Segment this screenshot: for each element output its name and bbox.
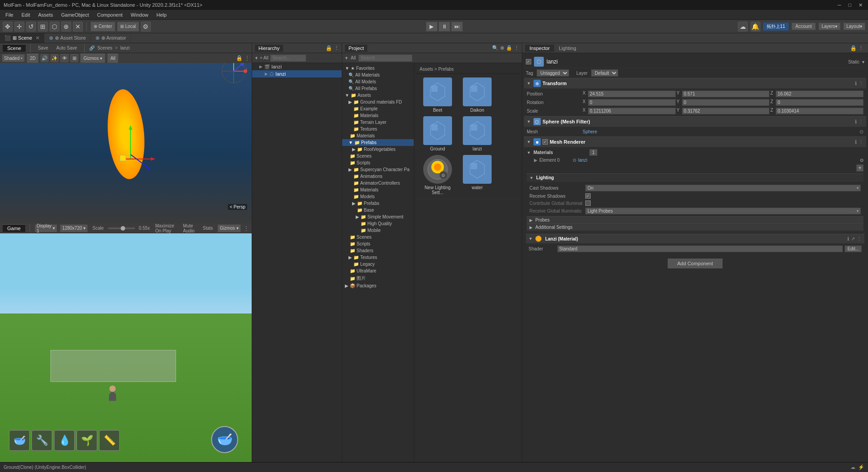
probes-section[interactable]: ▶ Probes (527, 216, 863, 223)
game-icon-5[interactable]: 📏 (99, 430, 120, 451)
tree-simplemove[interactable]: ▶ 📁 Simple Movement (342, 213, 414, 220)
tree-animctrl[interactable]: 📁 AnimatorControllers (342, 180, 414, 186)
project-search[interactable] (358, 54, 412, 62)
edit-shader-btn[interactable]: Edit... (845, 245, 862, 252)
layers-btn[interactable]: Layers▾ (818, 23, 841, 30)
project-lock[interactable]: 🔒 (506, 45, 512, 51)
tree-packages[interactable]: ▶ 📦 Packages (342, 282, 414, 289)
collab-icon[interactable]: ☁ (738, 22, 748, 32)
menu-file[interactable]: File (2, 11, 17, 18)
tree-animations[interactable]: 📁 Animations (342, 173, 414, 180)
meshfilter-info[interactable]: ℹ (855, 119, 857, 125)
tree-base[interactable]: 📁 Base (342, 207, 414, 213)
asset-lighting[interactable]: ⚙ New Lighting Sett... (420, 155, 456, 195)
static-dropdown[interactable]: ▾ (862, 59, 864, 64)
inspector-settings[interactable]: ⋮ (859, 45, 863, 51)
tree-legacy[interactable]: 📁 Legacy (342, 261, 414, 268)
asset-beet[interactable]: Beet (420, 77, 456, 113)
account-btn[interactable]: Account (791, 23, 816, 30)
material-picker[interactable]: ⊙ (860, 158, 863, 163)
meshrenderer-info[interactable]: ℹ (855, 139, 857, 145)
all-btn[interactable]: All (107, 53, 118, 63)
pos-z[interactable] (776, 91, 863, 97)
maximize-on-play[interactable]: Maximize On Play (154, 223, 179, 233)
display-dropdown[interactable]: Display 1▾ (35, 224, 58, 232)
menu-edit[interactable]: Edit (18, 11, 34, 18)
scene-canvas[interactable]: X Y Z < (0, 53, 252, 223)
close-btn[interactable]: ✕ (857, 2, 864, 8)
game-big-icon[interactable]: 🥣 (211, 426, 238, 453)
scale-x[interactable] (588, 108, 676, 114)
material-header[interactable]: ▼ Lanzi (Material) ℹ ↗ ⋮ (526, 234, 864, 244)
hidden-icon[interactable]: 👁 (60, 54, 68, 62)
hierarchy-settings[interactable]: ⋮ (334, 45, 339, 51)
add-material-btn[interactable]: + (856, 164, 863, 172)
tag-select[interactable]: Untagged (537, 69, 569, 77)
tool-move[interactable]: ✛ (14, 22, 24, 32)
maximize-btn[interactable]: □ (846, 2, 853, 8)
center-btn[interactable]: ⊕ Center (90, 22, 115, 32)
local-btn[interactable]: ⊞ Local (117, 22, 139, 32)
add-component-btn[interactable]: Add Component (668, 259, 723, 268)
asset-lanzi[interactable]: lanzi (459, 116, 495, 151)
tree-all-models[interactable]: 🔍 All Models (342, 78, 414, 85)
mute-audio[interactable]: Mute Audio (181, 223, 199, 233)
object-active-checkbox[interactable] (526, 59, 531, 64)
asset-ground[interactable]: Ground (420, 116, 456, 151)
game-icon-3[interactable]: 💧 (54, 430, 75, 451)
tool-scale[interactable]: ⊞ (38, 22, 48, 32)
tool-hand[interactable]: ✥ (3, 22, 13, 32)
project-tab[interactable]: Project (345, 45, 367, 52)
play-btn[interactable]: ▶ (426, 22, 438, 32)
meshrenderer-menu[interactable]: ⋮ (859, 139, 863, 145)
meshfilter-header[interactable]: ▼ ⬡ Sphere (Mesh Filter) ℹ ⋮ (524, 116, 866, 127)
hierarchy-lock[interactable]: 🔒 (326, 45, 332, 51)
resolution-dropdown[interactable]: 1280x720▾ (60, 224, 88, 232)
menu-assets[interactable]: Assets (35, 11, 57, 18)
tree-prefabs2[interactable]: ▶ 📁 Prefabs (342, 200, 414, 207)
scene-settings-icon[interactable]: ⋮ (244, 55, 250, 61)
tree-example[interactable]: 📁 Example (342, 105, 414, 112)
tree-mats2[interactable]: 📁 Materials (342, 186, 414, 193)
meshfilter-menu[interactable]: ⋮ (859, 119, 863, 125)
rot-z[interactable] (776, 99, 863, 106)
tree-all-prefabs[interactable]: 🔍 All Prefabs (342, 85, 414, 92)
minimize-btn[interactable]: ─ (836, 2, 843, 8)
menu-help[interactable]: Help (153, 11, 170, 18)
services-icon[interactable]: 🔔 (750, 22, 760, 32)
project-settings[interactable]: ⋮ (514, 45, 519, 51)
additional-settings-section[interactable]: ▶ Additional Settings (527, 223, 863, 231)
save-btn[interactable]: Save (35, 45, 51, 51)
menu-gameobject[interactable]: GameObject (58, 11, 93, 18)
tree-scripts2[interactable]: 📁 Scripts (342, 241, 414, 247)
layout-btn[interactable]: Layout▾ (843, 23, 865, 30)
tab-asset-store[interactable]: ⊕ ⊕ Asset Store (45, 33, 90, 43)
project-scrollbar[interactable] (416, 199, 520, 202)
material-info[interactable]: ℹ (847, 236, 849, 242)
game-icon-4[interactable]: 🌱 (77, 430, 97, 451)
inspector-lock[interactable]: 🔒 (850, 45, 857, 51)
cast-shadows-dropdown[interactable]: On ▾ (585, 185, 861, 191)
tree-textures1[interactable]: 📁 Textures (342, 126, 414, 132)
tree-assets[interactable]: ▼ 📁 Assets (342, 92, 414, 99)
grid-icon[interactable]: ⊞ (70, 54, 78, 62)
tool-extra[interactable]: ⚙ (141, 22, 151, 32)
tree-shaders[interactable]: 📁 Shaders (342, 247, 414, 254)
tree-scenes1[interactable]: 📁 Scenes (342, 153, 414, 159)
tree-textures2[interactable]: ▶ 📁 Textures (342, 254, 414, 261)
tree-all-materials[interactable]: 🔍 All Materials (342, 72, 414, 78)
scene-tab[interactable]: Scene (3, 44, 26, 52)
tree-mobile[interactable]: 📁 Mobile (342, 227, 414, 234)
game-tab[interactable]: Game (3, 224, 25, 232)
pause-btn[interactable]: ⏸ (439, 22, 450, 32)
meshrenderer-header[interactable]: ▼ ■ Mesh Renderer ℹ ⋮ (524, 136, 866, 147)
pos-y[interactable] (682, 91, 770, 97)
game-settings-icon[interactable]: ⋮ (244, 225, 249, 231)
gizmos-btn[interactable]: Gizmos▾ (80, 53, 105, 63)
hierarchy-lanzi-root[interactable]: ▶ 🎬 lanzi (252, 63, 342, 70)
hierarchy-search[interactable] (270, 54, 306, 62)
tree-mats[interactable]: 📁 Materials (342, 112, 414, 119)
auto-save-btn[interactable]: Auto Save (54, 45, 80, 51)
lighting-section-header[interactable]: ▼ Lighting (527, 173, 863, 182)
layer-select[interactable]: Default (591, 69, 618, 77)
